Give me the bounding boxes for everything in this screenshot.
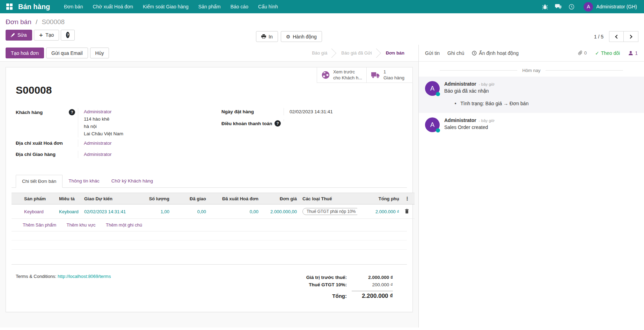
field-customer: Khách hàng ? Administrator 114 hào khê h… [16, 108, 197, 137]
invoice-address-link[interactable]: Administrator [84, 141, 112, 146]
field-invoice-address: Địa chỉ xuất Hoá đơn Administrator [16, 139, 197, 149]
order-lines-table: Sản phẩm Miêu tả Giao Dự kiến Số lượng Đ… [12, 193, 415, 219]
nav-item-kiem-soat-giao-hang[interactable]: Kiểm soát Giao hàng [138, 0, 193, 13]
paperclip-icon [578, 50, 583, 56]
breadcrumb-parent[interactable]: Đơn bán [6, 18, 31, 26]
send-email-button[interactable]: Gửi qua Email [46, 48, 88, 58]
total-amount: Tổng: 2.200.000 ₫ [278, 290, 393, 301]
cell-qty: 1,00 [137, 205, 172, 219]
nav-item-don-ban[interactable]: Đơn bán [59, 0, 88, 13]
online-status-icon [436, 92, 440, 96]
breadcrumb-separator: / [36, 18, 37, 26]
form-sheet: Xem trước cho Khách h... 1 Giao hàng [6, 67, 413, 312]
follow-button[interactable]: ✓ Theo dõi [595, 50, 620, 56]
payment-terms-value[interactable] [284, 119, 403, 121]
table-header-row: Sản phẩm Miêu tả Giao Dự kiến Số lượng Đ… [12, 193, 415, 205]
customer-label: Khách hàng [16, 110, 43, 115]
field-order-date: Ngày đặt hàng 02/02/2023 14:31:41 [221, 108, 403, 117]
clock-icon [472, 51, 477, 56]
print-button[interactable]: In [256, 31, 278, 42]
delivery-address-label: Địa chỉ Giao hàng [16, 152, 56, 157]
create-invoice-button[interactable]: Tạo hoá đơn [6, 48, 44, 58]
column-header-delivery-date[interactable]: Giao Dự kiến [81, 193, 137, 205]
apps-menu-icon[interactable] [6, 3, 13, 10]
stage-don-ban[interactable]: Đơn bán [380, 48, 413, 58]
message-time: - bây giờ [479, 82, 495, 86]
table-row[interactable]: Keyboard Keyboard 02/02/2023 14:31:41 1,… [12, 205, 415, 219]
column-header-taxes[interactable]: Các loại Thuế [300, 193, 357, 205]
question-icon[interactable]: ? [275, 120, 281, 127]
sheet-footer: Terms & Conditions: http://localhost:806… [12, 265, 407, 303]
odoo-app: Bán hàng Đơn bán Chờ xuất Hoá đơn Kiểm s… [0, 0, 644, 328]
customer-link[interactable]: Administrator [84, 109, 112, 114]
address-line: hà nội [84, 124, 197, 129]
cancel-button[interactable]: Hủy [90, 48, 109, 58]
add-section-link[interactable]: Thêm khu vực [67, 222, 96, 228]
truck-icon [371, 72, 380, 79]
column-header-unit-price[interactable]: Đơn giá [261, 193, 300, 205]
column-header-qty[interactable]: Số lượng [137, 193, 172, 205]
pager-next-button[interactable] [624, 31, 638, 42]
date-divider-label: Hôm nay [522, 68, 540, 73]
control-panel-center: In ⚙ Hành động [256, 31, 322, 42]
address-line: 114 hào khê [84, 116, 197, 122]
column-header-description[interactable]: Miêu tả [56, 193, 81, 205]
field-grid: Khách hàng ? Administrator 114 hào khê h… [12, 108, 407, 162]
nav-item-bao-cao[interactable]: Báo cáo [226, 0, 253, 13]
tab-customer-signature[interactable]: Chữ ký Khách hàng [105, 175, 159, 188]
tab-order-lines[interactable]: Chi tiết Đơn bán [16, 175, 63, 188]
customer-preview-button[interactable]: Xem trước cho Khách h... [317, 67, 367, 83]
action-button[interactable]: ⚙ Hành động [281, 31, 322, 42]
nav-item-san-pham[interactable]: Sản phẩm [193, 0, 226, 13]
add-note-link[interactable]: Thêm một ghi chú [106, 222, 142, 228]
delivery-button[interactable]: 1 Giao hàng [367, 67, 413, 83]
cell-subtotal: 2.000.000 ₫ [357, 205, 402, 219]
followers-button[interactable]: 1 [628, 50, 638, 56]
chat-icon[interactable] [555, 4, 562, 9]
delivery-address-link[interactable]: Administrator [84, 152, 112, 157]
attachments-button[interactable]: 0 [578, 50, 587, 56]
pencil-icon [11, 33, 15, 37]
question-icon[interactable]: ? [69, 109, 75, 115]
column-header-product[interactable]: Sản phẩm [21, 193, 56, 205]
message-author: Administrator [444, 81, 476, 87]
chatter-message: A Administrator - bây giờ Sales Order cr… [419, 113, 644, 137]
pager-previous-button[interactable] [609, 31, 624, 42]
optional-columns-toggle[interactable]: ⋮ [402, 193, 415, 205]
create-button[interactable]: + Tạo [34, 30, 59, 41]
gear-icon: ⚙ [286, 34, 291, 40]
send-message-button[interactable]: Gửi tin [425, 50, 440, 56]
field-delivery-address: Địa chỉ Giao hàng Administrator [16, 151, 197, 160]
app-brand[interactable]: Bán hàng [18, 3, 50, 11]
nav-item-cho-xuat-hoa-don[interactable]: Chờ xuất Hoá đơn [88, 0, 138, 13]
column-header-delivered[interactable]: Đã giao [172, 193, 209, 205]
form-column: Tạo hoá đơn Gửi qua Email Hủy Báo giá Bá… [0, 45, 419, 328]
cell-product-link[interactable]: Keyboard [24, 209, 44, 214]
edit-button[interactable]: Sửa [6, 30, 32, 41]
terms-link[interactable]: http://localhost:8069/terms [58, 274, 111, 279]
help-button[interactable]: ? [61, 30, 75, 41]
user-menu[interactable]: A Administrator (GH) [584, 2, 637, 12]
status-buttons: Tạo hoá đơn Gửi qua Email Hủy [6, 48, 109, 58]
bug-icon[interactable] [542, 4, 548, 10]
clock-icon[interactable] [569, 4, 575, 10]
tab-other-info[interactable]: Thông tin khác [63, 175, 105, 188]
stage-bao-gia-da-gui[interactable]: Báo giá đã Gửi [336, 48, 380, 58]
statusbar: Tạo hoá đơn Gửi qua Email Hủy Báo giá Bá… [0, 45, 418, 62]
schedule-activity-button[interactable]: Ấn định hoạt động [472, 50, 519, 56]
column-header-subtotal[interactable]: Tổng phụ [357, 193, 402, 205]
pager: 1 / 5 [594, 31, 638, 42]
stage-bao-gia[interactable]: Báo giá [306, 48, 336, 58]
column-header-invoiced[interactable]: Đã xuất Hoá đơn [209, 193, 261, 205]
address-line: Lai Châu Việt Nam [84, 131, 197, 136]
message-author: Administrator [444, 117, 476, 123]
add-line-links: Thêm Sản phẩm Thêm khu vực Thêm một ghi … [12, 219, 407, 231]
person-icon [628, 51, 633, 56]
chatter-topbar: Gửi tin Ghi chú Ấn định hoạt động 0 ✓ Th… [419, 45, 644, 62]
log-note-button[interactable]: Ghi chú [447, 50, 464, 56]
bullet-icon [454, 101, 457, 106]
delete-line-button[interactable] [405, 209, 409, 214]
add-product-link[interactable]: Thêm Sản phẩm [23, 222, 56, 228]
nav-item-cau-hinh[interactable]: Cấu hình [253, 0, 283, 13]
follower-count: 1 [635, 50, 638, 56]
